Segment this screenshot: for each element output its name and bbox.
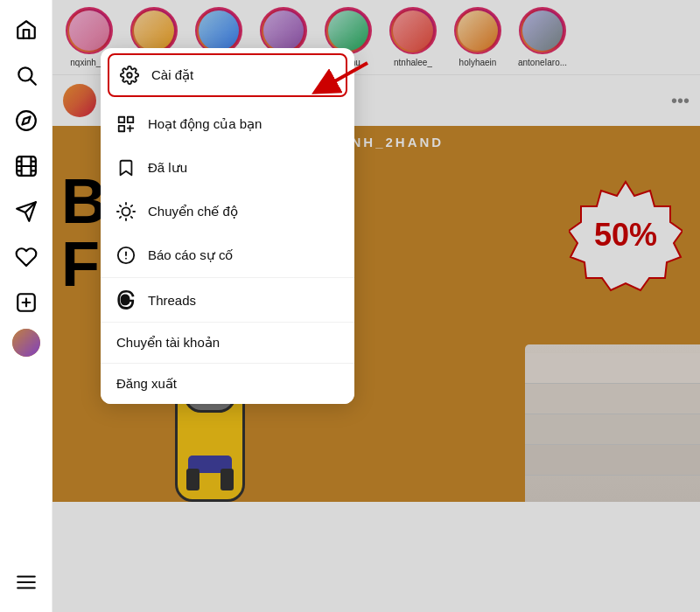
settings-icon xyxy=(120,66,139,85)
dropdown-menu: Cài đặt Hoạt động của bạn xyxy=(101,48,354,404)
home-icon[interactable] xyxy=(7,10,46,49)
settings-label: Cài đặt xyxy=(151,67,193,83)
threads-icon xyxy=(116,290,136,309)
explore-icon[interactable] xyxy=(7,101,46,140)
threads-menu-item[interactable]: Threads xyxy=(101,278,354,322)
saved-label: Đã lưu xyxy=(148,160,187,176)
svg-line-25 xyxy=(131,205,132,206)
report-menu-item[interactable]: Báo cáo sự cố xyxy=(101,233,354,277)
switch-account-item[interactable]: Chuyển tài khoản xyxy=(101,323,354,363)
activity-menu-item[interactable]: Hoạt động của bạn xyxy=(101,102,354,146)
dropdown-group-account: Chuyển tài khoản xyxy=(101,323,354,364)
svg-line-24 xyxy=(120,217,121,218)
search-icon[interactable] xyxy=(7,56,46,94)
svg-point-2 xyxy=(17,111,36,130)
svg-line-21 xyxy=(131,217,132,218)
svg-line-1 xyxy=(30,80,35,85)
notifications-icon[interactable] xyxy=(7,238,46,276)
dropdown-overlay[interactable]: Cài đặt Hoạt động của bạn xyxy=(52,0,700,612)
report-icon xyxy=(116,246,136,265)
profile-avatar[interactable] xyxy=(12,329,40,357)
dropdown-group-logout: Đăng xuất xyxy=(101,364,354,404)
svg-rect-16 xyxy=(119,126,124,131)
main-content: nqxinh_... sooyaaa__ thien.hpm05 misthyy… xyxy=(52,0,700,612)
svg-marker-3 xyxy=(22,116,30,124)
theme-icon xyxy=(116,202,136,221)
theme-label: Chuyển chế độ xyxy=(148,204,238,219)
reels-icon[interactable] xyxy=(7,147,46,185)
logout-item[interactable]: Đăng xuất xyxy=(101,364,354,404)
saved-menu-item[interactable]: Đã lưu xyxy=(101,146,354,190)
sidebar xyxy=(0,0,52,612)
hamburger-menu-icon[interactable] xyxy=(7,563,46,602)
arrow-indicator xyxy=(306,54,376,101)
svg-point-13 xyxy=(127,73,132,78)
threads-label: Threads xyxy=(148,293,196,308)
report-label: Báo cáo sự cố xyxy=(148,247,233,263)
svg-line-20 xyxy=(120,205,121,206)
messages-icon[interactable] xyxy=(7,192,46,231)
create-icon[interactable] xyxy=(7,283,46,322)
dropdown-group-threads: Threads xyxy=(101,278,354,323)
svg-point-17 xyxy=(122,207,130,215)
theme-menu-item[interactable]: Chuyển chế độ xyxy=(101,190,354,233)
svg-rect-15 xyxy=(128,117,133,122)
activity-label: Hoạt động của bạn xyxy=(148,116,262,132)
svg-line-30 xyxy=(324,63,368,87)
svg-rect-14 xyxy=(119,117,124,122)
activity-icon xyxy=(116,115,136,134)
saved-icon xyxy=(116,158,136,177)
